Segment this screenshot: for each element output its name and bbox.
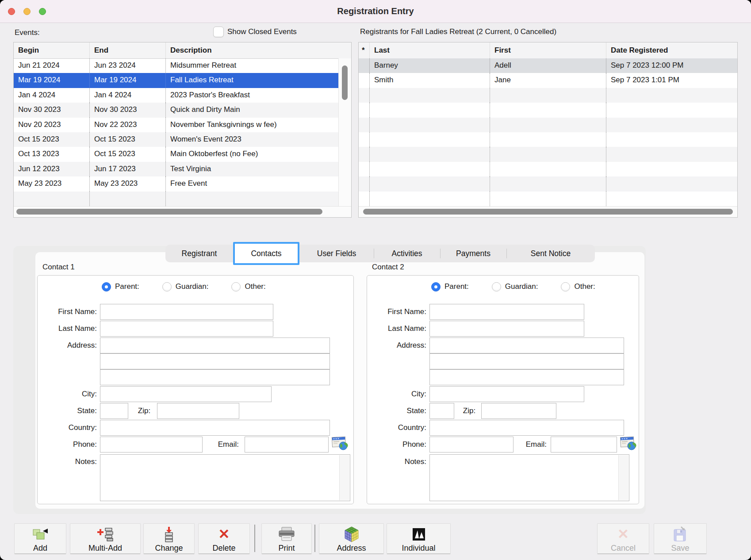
c2-state-input[interactable] (429, 403, 454, 419)
c2-email-input[interactable] (551, 437, 617, 453)
zoom-button[interactable] (39, 8, 46, 15)
c2-last-name-input[interactable] (429, 321, 584, 337)
cell-end: Mar 19 2024 (90, 73, 166, 88)
column-header-first[interactable]: First (490, 42, 606, 58)
tab-contacts[interactable]: Contacts (233, 242, 299, 265)
c1-address-line1-input[interactable] (100, 338, 330, 353)
cell-begin: Jun 21 2024 (14, 58, 90, 73)
column-header-description[interactable]: Description (166, 42, 351, 58)
guardian-label: Guardian: (176, 282, 209, 291)
cell-end: Jun 23 2024 (90, 58, 166, 73)
horizontal-scrollbar-track[interactable] (14, 206, 351, 217)
tab-activities[interactable]: Activities (374, 245, 440, 262)
events-label: Events: (15, 28, 40, 37)
c1-address-line2-input[interactable] (100, 353, 330, 369)
table-row[interactable]: Jan 4 2024 Jan 4 2024 2023 Pastor's Brea… (14, 88, 339, 103)
c1-state-input[interactable] (100, 403, 128, 419)
c1-country-input[interactable] (100, 420, 330, 436)
table-row[interactable]: Smith Jane Sep 7 2023 1:01 PM (359, 73, 737, 88)
address-button[interactable]: Address (319, 523, 384, 554)
cell-star (359, 58, 370, 73)
cell-star (359, 73, 370, 88)
tab-sent-notice[interactable]: Sent Notice (506, 245, 595, 262)
cell-date: Sep 7 2023 12:00 PM (606, 58, 737, 73)
table-row[interactable]: May 23 2023 May 23 2023 Free Event (14, 176, 339, 191)
address-cube-icon (319, 524, 383, 544)
column-header-star[interactable]: * (359, 42, 370, 58)
column-header-end[interactable]: End (90, 42, 166, 58)
table-row[interactable]: Jun 12 2023 Jun 17 2023 Test Virginia (14, 162, 339, 176)
toolbar-separator (314, 525, 315, 552)
zip-label: Zip: (132, 403, 157, 419)
table-row[interactable]: Oct 13 2023 Oct 15 2023 Main Oktoberfest… (14, 147, 339, 161)
city-label: City: (367, 386, 426, 402)
email-label: Email: (172, 437, 239, 453)
c2-other-radio[interactable] (561, 282, 570, 292)
cell-description: Test Virginia (166, 162, 339, 176)
notes-scrollbar-track[interactable] (618, 455, 628, 500)
c2-address-line3-input[interactable] (429, 369, 624, 385)
email-launch-icon[interactable] (331, 436, 348, 451)
column-header-begin[interactable]: Begin (14, 42, 90, 58)
c2-notes-textarea[interactable] (429, 454, 629, 501)
c2-first-name-input[interactable] (429, 304, 584, 320)
c1-address-line3-input[interactable] (100, 369, 330, 385)
horizontal-scrollbar-track[interactable] (359, 206, 737, 217)
first-name-label: First Name: (38, 304, 97, 320)
save-button[interactable]: Save (654, 523, 707, 554)
table-row[interactable]: Oct 15 2023 Oct 15 2023 Women's Event 20… (14, 132, 339, 147)
c2-address-line2-input[interactable] (429, 353, 624, 369)
print-button[interactable]: Print (261, 523, 312, 554)
cell-end: Nov 30 2023 (90, 103, 166, 117)
notes-label: Notes: (367, 454, 426, 466)
other-label: Other: (245, 282, 265, 291)
c2-guardian-radio[interactable] (492, 282, 501, 292)
other-label: Other: (574, 282, 595, 291)
c1-parent-radio[interactable] (102, 282, 111, 292)
c1-zip-input[interactable] (157, 403, 239, 419)
email-launch-icon[interactable] (620, 436, 636, 451)
multi-add-button[interactable]: Multi-Add (70, 523, 141, 554)
minimize-button[interactable] (23, 8, 31, 15)
table-row-selected[interactable]: Barney Adell Sep 7 2023 12:00 PM (359, 58, 737, 73)
cancel-button[interactable]: ✕ Cancel (597, 523, 649, 554)
contact2-groupbox: Parent: Guardian: Other: First Name: Las… (367, 275, 639, 504)
add-button[interactable]: Add (14, 523, 66, 554)
table-row[interactable]: Jun 21 2024 Jun 23 2024 Midsummer Retrea… (14, 58, 339, 73)
horizontal-scrollbar-thumb[interactable] (363, 209, 733, 215)
tab-user-fields[interactable]: User Fields (299, 245, 374, 262)
tab-registrant[interactable]: Registrant (165, 245, 233, 262)
toolbar-separator (254, 525, 255, 552)
c1-email-input[interactable] (245, 437, 329, 453)
c1-guardian-radio[interactable] (162, 282, 172, 292)
c1-other-radio[interactable] (231, 282, 241, 292)
table-row-empty (359, 118, 737, 132)
vertical-scrollbar-track[interactable] (338, 58, 351, 207)
c2-country-input[interactable] (429, 420, 624, 436)
c1-last-name-input[interactable] (100, 321, 273, 337)
show-closed-events-checkbox[interactable] (213, 27, 224, 37)
horizontal-scrollbar-thumb[interactable] (16, 209, 322, 215)
state-label: State: (367, 403, 426, 419)
c1-city-input[interactable] (100, 386, 272, 402)
print-icon (262, 524, 311, 544)
tab-payments[interactable]: Payments (440, 245, 506, 262)
c2-parent-radio[interactable] (431, 282, 441, 292)
cell-begin: Oct 13 2023 (14, 147, 90, 161)
c2-city-input[interactable] (429, 386, 584, 402)
c2-address-line1-input[interactable] (429, 338, 624, 353)
vertical-scrollbar-thumb[interactable] (342, 65, 348, 100)
change-button[interactable]: Change (143, 523, 195, 554)
notes-scrollbar-track[interactable] (339, 455, 349, 500)
column-header-date-registered[interactable]: Date Registered (606, 42, 737, 58)
column-header-last[interactable]: Last (370, 42, 490, 58)
close-button[interactable] (8, 8, 15, 15)
table-row-selected[interactable]: Mar 19 2024 Mar 19 2024 Fall Ladies Retr… (14, 73, 339, 88)
c1-notes-textarea[interactable] (100, 454, 350, 501)
individual-button[interactable]: Individual (387, 523, 451, 554)
delete-button[interactable]: ✕ Delete (198, 523, 250, 554)
table-row[interactable]: Nov 20 2023 Nov 22 2023 November Tanksgi… (14, 118, 339, 132)
c2-zip-input[interactable] (481, 403, 556, 419)
table-row[interactable]: Nov 30 2023 Nov 30 2023 Quick and Dirty … (14, 103, 339, 117)
c1-first-name-input[interactable] (100, 304, 273, 320)
